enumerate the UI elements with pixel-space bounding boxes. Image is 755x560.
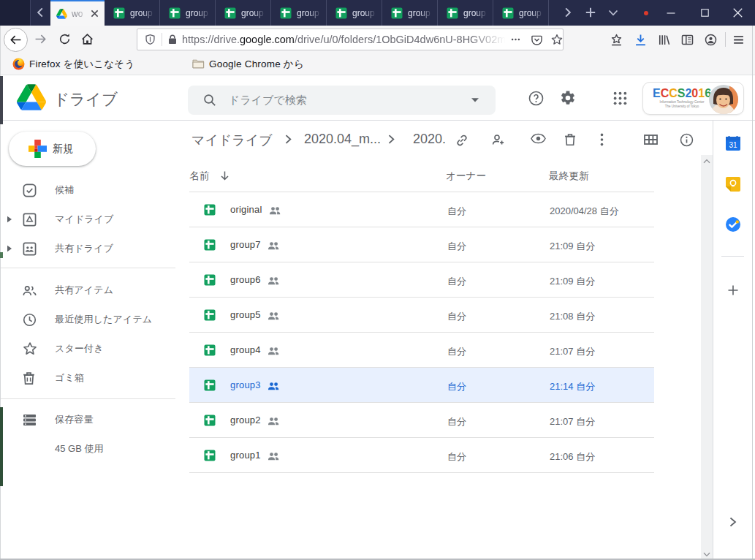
file-row[interactable]: group2自分21:07 自分 (189, 403, 654, 438)
search-bar[interactable]: ドライブで検索 (188, 86, 496, 115)
file-row[interactable]: group1自分21:06 自分 (189, 438, 654, 473)
delete-trash-icon[interactable] (564, 133, 576, 146)
grid-view-icon[interactable] (644, 135, 658, 145)
tab-close-icon[interactable] (91, 10, 99, 18)
google-apps-grid-icon[interactable] (613, 91, 627, 105)
column-header-owner[interactable]: オーナー (446, 170, 486, 183)
scrollbar-up-icon[interactable] (703, 159, 710, 164)
file-row[interactable]: group4自分21:07 自分 (189, 333, 654, 368)
expand-arrow-icon[interactable] (7, 216, 12, 223)
vertical-scrollbar[interactable] (701, 155, 713, 560)
titlebar-left-strip (0, 0, 31, 26)
background-tab[interactable]: group (438, 0, 493, 26)
background-tab[interactable]: group (216, 0, 271, 26)
sidebar-item-suggested[interactable]: 候補 (0, 175, 175, 205)
sidebar-toggle-icon[interactable] (681, 34, 694, 46)
breadcrumb-current-folder[interactable]: 2020. (413, 132, 446, 147)
file-row[interactable]: group3自分21:14 自分 (189, 368, 654, 403)
urlbar-separator (162, 33, 162, 46)
home-button[interactable] (81, 33, 94, 45)
more-actions-icon[interactable] (600, 133, 604, 146)
reload-button[interactable] (58, 33, 71, 45)
background-tab[interactable]: group (493, 0, 549, 26)
file-row-main: group5 (204, 298, 279, 332)
pocket-icon[interactable] (531, 34, 542, 45)
library-icon[interactable] (658, 34, 670, 46)
download-icon[interactable] (634, 34, 647, 46)
tab-scroll-left-icon[interactable] (34, 6, 47, 19)
sidebar-item-starred[interactable]: スター付き (0, 334, 175, 363)
column-header-name[interactable]: 名前 (189, 170, 209, 183)
file-row[interactable]: group6自分21:09 自分 (189, 262, 654, 298)
search-options-caret-icon[interactable] (471, 97, 479, 103)
new-button[interactable]: 新規 (9, 132, 96, 166)
help-icon[interactable] (528, 91, 544, 106)
sidebar-item-shared-with-me[interactable]: 共有アイテム (0, 276, 175, 305)
add-panel-app-icon[interactable] (727, 284, 739, 296)
tracking-protection-shield-icon[interactable] (145, 34, 156, 45)
sidebar-item-storage[interactable]: 保存容量 (0, 405, 175, 434)
preview-eye-icon[interactable] (531, 133, 546, 144)
file-name[interactable]: original (230, 204, 262, 215)
keep-app-icon[interactable] (725, 176, 741, 192)
drive-logo[interactable] (17, 84, 46, 110)
hamburger-menu-icon[interactable] (732, 34, 745, 46)
window-minimize-button[interactable] (654, 0, 687, 26)
calendar-app-icon[interactable]: 31 (725, 135, 741, 151)
window-maximize-button[interactable] (688, 0, 721, 26)
file-row[interactable]: original自分2020/04/28 自分 (189, 192, 654, 227)
url-text[interactable]: https://drive.google.com/drive/u/0/folde… (182, 34, 509, 45)
avatar[interactable] (709, 85, 738, 114)
back-button[interactable] (4, 28, 28, 52)
side-panel-collapse-icon[interactable] (728, 517, 737, 527)
sidebar-item-recent[interactable]: 最近使用したアイテム (0, 305, 175, 334)
search-icon[interactable] (203, 94, 216, 107)
file-row[interactable]: group7自分21:09 自分 (189, 227, 654, 262)
background-tab[interactable]: group (160, 0, 216, 26)
tab-scroll-right-icon[interactable] (561, 6, 574, 19)
background-tab[interactable]: group (105, 0, 160, 26)
file-owner: 自分 (447, 310, 466, 323)
file-row[interactable]: group5自分21:08 自分 (189, 298, 654, 333)
bookmark-folder-chrome[interactable]: Google Chrome から (192, 53, 304, 75)
file-name[interactable]: group3 (230, 379, 261, 390)
sidebar-item-shared-drives[interactable]: 共有ドライブ (0, 234, 175, 263)
bookmark-star-icon[interactable] (551, 34, 563, 45)
sort-direction-icon[interactable] (220, 170, 229, 181)
app-title[interactable]: ドライブ (53, 88, 118, 110)
lock-icon[interactable] (168, 34, 177, 45)
background-tab[interactable]: group (271, 0, 327, 26)
file-name[interactable]: group6 (230, 274, 261, 285)
file-name[interactable]: group1 (230, 450, 261, 461)
breadcrumb-my-drive[interactable]: マイドライブ (191, 132, 273, 149)
share-add-person-icon[interactable] (490, 133, 505, 146)
active-tab[interactable]: wo (50, 0, 105, 26)
bookmark-item-firefox[interactable]: Firefox を使いこなそう (12, 53, 134, 75)
file-name[interactable]: group2 (230, 415, 261, 425)
background-tab[interactable]: group (382, 0, 438, 26)
url-bar[interactable]: https://drive.google.com/drive/u/0/folde… (137, 29, 564, 50)
tasks-app-icon[interactable] (725, 216, 741, 232)
account-icon[interactable] (705, 34, 717, 46)
bookmarks-menu-icon[interactable] (610, 34, 623, 46)
file-name[interactable]: group4 (230, 344, 261, 355)
account-badge[interactable]: ECCS2016 Information Technology Center T… (642, 82, 744, 115)
sidebar-item-trash[interactable]: ゴミ箱 (0, 363, 175, 393)
expand-arrow-icon[interactable] (7, 245, 12, 252)
sidebar-item-my-drive[interactable]: マイドライブ (0, 205, 175, 234)
info-icon[interactable] (680, 133, 694, 147)
breadcrumb-parent-folder[interactable]: 2020.04_m... (304, 132, 381, 147)
window-close-button[interactable] (721, 0, 754, 26)
get-link-icon[interactable] (455, 133, 469, 148)
background-tab[interactable]: group (327, 0, 382, 26)
tab-title: group (408, 8, 434, 18)
file-name[interactable]: group5 (230, 309, 261, 320)
forward-button[interactable] (34, 33, 47, 45)
scrollbar-down-icon[interactable] (703, 552, 710, 557)
column-header-modified[interactable]: 最終更新 (549, 170, 589, 183)
tab-list-dropdown-icon[interactable] (607, 8, 619, 18)
file-name[interactable]: group7 (230, 239, 261, 250)
page-actions-icon[interactable] (510, 34, 521, 45)
new-tab-icon[interactable] (584, 6, 597, 19)
settings-gear-icon[interactable] (560, 90, 576, 106)
